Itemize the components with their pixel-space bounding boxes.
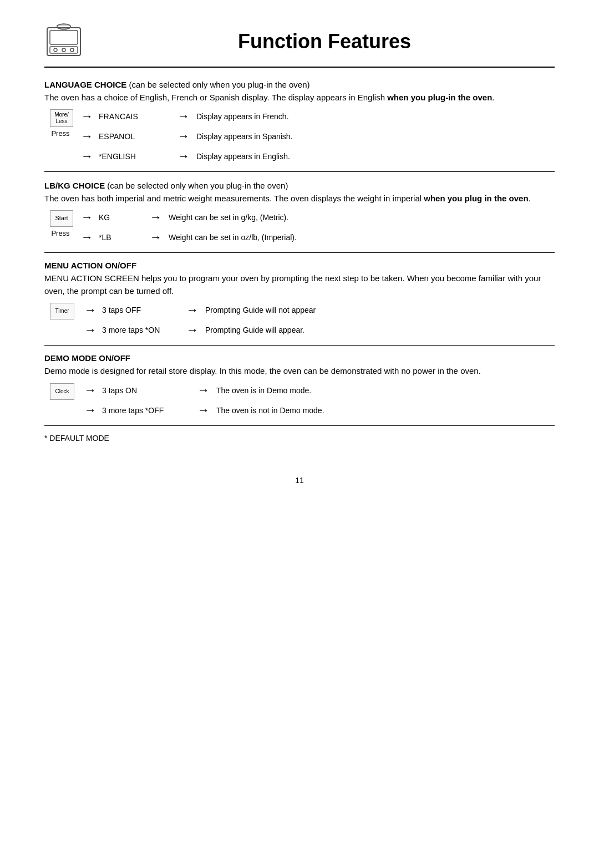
language-choice-body1-bold: when you plug-in the oven [387, 93, 492, 102]
lb-kg-heading: LB/KG CHOICE [44, 181, 105, 190]
divider-3 [44, 345, 555, 346]
demo-result-2: The oven is not in Demo mode. [216, 406, 324, 415]
demo-mode-option-1: → 3 taps ON → The oven is in Demo mode. [84, 383, 555, 398]
mid-arrow-2: → [177, 129, 190, 144]
menu-result-1: Prompting Guide will not appear [205, 306, 316, 314]
lb-kg-mid-arrow-1: → [150, 210, 162, 225]
demo-mid-arrow-2: → [197, 403, 210, 418]
demo-arrow-1: → [84, 384, 99, 397]
menu-arrow-1: → [84, 304, 99, 316]
menu-action-options: → 3 taps OFF → Prompting Guide will not … [84, 303, 555, 337]
demo-mode-section: DEMO MODE ON/OFF Demo mode is designed f… [44, 353, 555, 418]
divider-1 [44, 171, 555, 172]
header-icon [44, 22, 83, 61]
lb-kg-arrow-1: → [81, 211, 95, 224]
demo-arrow-2: → [84, 404, 99, 417]
lb-kg-body1-end: . [529, 194, 531, 203]
lb-kg-intro: LB/KG CHOICE (can be selected only when … [44, 180, 555, 205]
divider-2 [44, 252, 555, 253]
demo-label-2: 3 more taps *OFF [102, 406, 191, 415]
language-options: → FRANCAIS → Display appears in French. … [81, 109, 555, 164]
language-choice-body1-end: . [492, 93, 494, 102]
footer-note: * DEFAULT MODE [44, 434, 555, 443]
lb-kg-label-2: *LB [99, 233, 143, 242]
language-choice-diagram: More/ Less Press → FRANCAIS → Display ap… [50, 109, 555, 164]
lb-kg-section: LB/KG CHOICE (can be selected only when … [44, 180, 555, 245]
language-result-2: Display appears in Spanish. [196, 132, 293, 141]
lb-kg-result-2: Weight can be set in oz/lb, (Imperial). [169, 233, 297, 242]
lb-kg-option-2: → *LB → Weight can be set in oz/lb, (Imp… [81, 230, 555, 245]
divider-4 [44, 425, 555, 426]
language-choice-body1: The oven has a choice of English, French… [44, 93, 387, 102]
page-number: 11 [44, 476, 555, 485]
clock-button: Clock [50, 383, 74, 400]
svg-rect-1 [50, 31, 78, 44]
lb-kg-label-1: KG [99, 213, 143, 222]
page: Function Features LANGUAGE CHOICE (can b… [0, 0, 599, 868]
demo-mode-press-block: Clock [50, 383, 77, 402]
menu-action-option-2: → 3 more taps *ON → Prompting Guide will… [84, 323, 555, 337]
lb-kg-diagram: Start Press → KG → Weight can be set in … [50, 210, 555, 245]
menu-action-heading: MENU ACTION ON/OFF [44, 261, 555, 270]
menu-action-press-block: Timer [50, 303, 77, 322]
demo-mode-body: Demo mode is designed for retail store d… [44, 365, 555, 378]
menu-action-section: MENU ACTION ON/OFF MENU ACTION SCREEN he… [44, 261, 555, 337]
demo-result-1: The oven is in Demo mode. [216, 386, 311, 395]
menu-label-2: 3 more taps *ON [102, 326, 180, 334]
lb-kg-press-label: Press [51, 229, 69, 237]
lb-kg-heading-suffix: (can be selected only when you plug-in t… [105, 181, 288, 190]
language-choice-heading-suffix: (can be selected only when you plug-in t… [126, 80, 309, 89]
svg-point-5 [70, 48, 74, 52]
language-option-2: → ESPANOL → Display appears in Spanish. [81, 129, 555, 144]
mid-arrow-3: → [177, 149, 190, 164]
language-choice-press-block: More/ Less Press [50, 109, 75, 138]
lb-kg-mid-arrow-2: → [150, 230, 162, 245]
page-header: Function Features [44, 22, 555, 68]
more-less-button: More/ Less [50, 109, 73, 127]
arrow-3: → [81, 150, 95, 163]
lb-kg-result-1: Weight can be set in g/kg, (Metric). [169, 213, 288, 222]
svg-point-3 [54, 48, 57, 52]
demo-mid-arrow-1: → [197, 383, 210, 398]
demo-mode-option-2: → 3 more taps *OFF → The oven is not in … [84, 403, 555, 418]
language-result-1: Display appears in French. [196, 112, 289, 121]
lb-kg-option-1: → KG → Weight can be set in g/kg, (Metri… [81, 210, 555, 225]
language-label-1: FRANCAIS [99, 112, 171, 121]
mid-arrow-1: → [177, 109, 190, 124]
language-label-2: ESPANOL [99, 132, 171, 141]
language-label-3: *ENGLISH [99, 152, 171, 161]
language-press-label: Press [51, 129, 69, 138]
page-title: Function Features [94, 30, 555, 53]
menu-result-2: Prompting Guide will appear. [205, 326, 304, 334]
language-result-3: Display appears in English. [196, 152, 290, 161]
language-option-3: → *ENGLISH → Display appears in English. [81, 149, 555, 164]
language-choice-section: LANGUAGE CHOICE (can be selected only wh… [44, 79, 555, 164]
start-button: Start [50, 210, 73, 227]
lb-kg-press-block: Start Press [50, 210, 75, 237]
demo-mode-diagram: Clock → 3 taps ON → The oven is in Demo … [50, 383, 555, 418]
menu-label-1: 3 taps OFF [102, 306, 180, 314]
lb-kg-options: → KG → Weight can be set in g/kg, (Metri… [81, 210, 555, 245]
menu-action-body: MENU ACTION SCREEN helps you to program … [44, 272, 555, 297]
language-choice-heading: LANGUAGE CHOICE [44, 80, 126, 89]
language-option-1: → FRANCAIS → Display appears in French. [81, 109, 555, 124]
timer-button: Timer [50, 303, 74, 319]
language-choice-intro: LANGUAGE CHOICE (can be selected only wh… [44, 79, 555, 104]
menu-arrow-2: → [84, 324, 99, 336]
demo-label-1: 3 taps ON [102, 386, 191, 395]
svg-point-4 [62, 48, 65, 52]
lb-kg-body1: The oven has both imperial and metric we… [44, 194, 424, 203]
lb-kg-arrow-2: → [81, 231, 95, 243]
demo-mode-options: → 3 taps ON → The oven is in Demo mode. … [84, 383, 555, 418]
menu-mid-arrow-1: → [186, 303, 199, 317]
menu-mid-arrow-2: → [186, 323, 199, 337]
menu-action-option-1: → 3 taps OFF → Prompting Guide will not … [84, 303, 555, 317]
arrow-2: → [81, 130, 95, 143]
menu-action-diagram: Timer → 3 taps OFF → Prompting Guide wil… [50, 303, 555, 337]
demo-mode-heading: DEMO MODE ON/OFF [44, 353, 555, 363]
arrow-1: → [81, 110, 95, 123]
lb-kg-body1-bold: when you plug in the oven [424, 194, 528, 203]
